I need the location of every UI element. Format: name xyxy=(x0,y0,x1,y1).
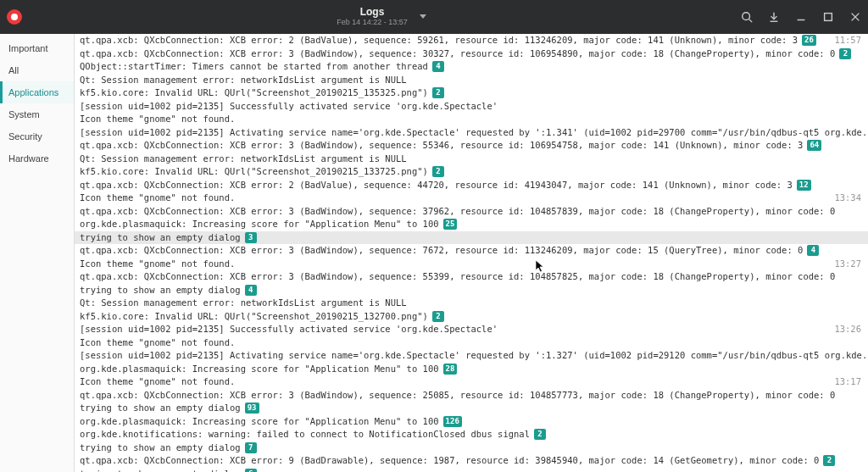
log-text: Icon theme "gnome" not found. xyxy=(80,113,235,126)
count-badge: 28 xyxy=(443,364,458,375)
count-badge: 126 xyxy=(443,416,462,427)
log-line[interactable]: [session uid=1002 pid=2135] Activating s… xyxy=(75,349,868,363)
log-line[interactable]: qt.qpa.xcb: QXcbConnection: XCB error: 3… xyxy=(75,47,868,61)
log-line[interactable]: qt.qpa.xcb: QXcbConnection: XCB error: 3… xyxy=(75,139,868,153)
log-line[interactable]: trying to show an empty dialog7 xyxy=(75,441,868,455)
sidebar-item-important[interactable]: Important xyxy=(0,37,74,59)
log-line[interactable]: qt.qpa.xcb: QXcbConnection: XCB error: 3… xyxy=(75,244,868,258)
minimize-icon[interactable] xyxy=(795,11,807,23)
log-text: Icon theme "gnome" not found. xyxy=(80,336,235,350)
maximize-icon[interactable] xyxy=(822,11,834,23)
log-line[interactable]: [session uid=1002 pid=2135] Activating s… xyxy=(75,126,868,140)
log-line[interactable]: Icon theme "gnome" not found. xyxy=(75,336,868,350)
log-line[interactable]: Qt: Session management error: networkIds… xyxy=(75,297,868,310)
titlebar: Logs Feb 14 14:22 - 13:57 xyxy=(0,0,868,34)
timestamp: 11:57 xyxy=(834,34,861,47)
count-badge: 4 xyxy=(432,61,444,72)
chevron-down-icon xyxy=(420,14,426,19)
log-line[interactable]: Icon theme "gnome" not found. xyxy=(75,258,868,271)
log-text: Icon theme "gnome" not found. xyxy=(80,258,235,271)
log-line[interactable]: Qt: Session management error: networkIds… xyxy=(75,153,868,166)
log-line[interactable]: qt.qpa.xcb: QXcbConnection: XCB error: 3… xyxy=(75,270,868,284)
log-text: qt.qpa.xcb: QXcbConnection: XCB error: 2… xyxy=(80,179,793,192)
count-badge: 4 xyxy=(807,245,819,256)
timestamp: 13:26 xyxy=(834,323,861,336)
search-icon[interactable] xyxy=(741,11,753,23)
log-line[interactable]: Icon theme "gnome" not found. xyxy=(75,375,868,389)
log-line[interactable]: trying to show an empty dialog93 xyxy=(75,402,868,415)
count-badge: 26 xyxy=(802,35,816,46)
close-icon[interactable] xyxy=(849,11,861,23)
log-line[interactable]: qt.qpa.xcb: QXcbConnection: XCB error: 9… xyxy=(75,454,868,468)
count-badge: 25 xyxy=(443,219,458,230)
record-button[interactable] xyxy=(7,9,22,25)
log-line[interactable]: org.kde.knotifications: warning: failed … xyxy=(75,428,868,441)
count-badge: 2 xyxy=(839,48,851,59)
count-badge: 2 xyxy=(534,429,546,440)
log-line[interactable]: org.kde.plasmaquick: Increasing score fo… xyxy=(75,415,868,429)
log-line[interactable]: qt.qpa.xcb: QXcbConnection: XCB error: 2… xyxy=(75,34,868,47)
timestamp: 13:17 xyxy=(834,375,861,389)
count-badge: 64 xyxy=(807,140,821,151)
log-line[interactable]: org.kde.plasmaquick: Increasing score fo… xyxy=(75,363,868,376)
count-badge: 2 xyxy=(432,166,444,177)
log-line[interactable]: Icon theme "gnome" not found. xyxy=(75,192,868,205)
log-text: [session uid=1002 pid=2135] Activating s… xyxy=(80,126,868,140)
export-icon[interactable] xyxy=(768,11,780,23)
log-text: Icon theme "gnome" not found. xyxy=(80,375,235,389)
log-line[interactable]: org.kde.plasmaquick: Increasing score fo… xyxy=(75,218,868,231)
log-line[interactable]: QObject::startTimer: Timers cannot be st… xyxy=(75,60,868,74)
log-text: trying to show an empty dialog xyxy=(80,468,241,473)
log-text: QObject::startTimer: Timers cannot be st… xyxy=(80,60,428,74)
log-line[interactable]: kf5.kio.core: Invalid URL: QUrl("Screens… xyxy=(75,165,868,179)
count-badge: 6 xyxy=(245,469,257,472)
log-area[interactable]: 11:57 13:34 13:27 13:26 13:17 qt.qpa.xcb… xyxy=(75,34,868,472)
log-text: Icon theme "gnome" not found. xyxy=(80,192,235,205)
log-line[interactable]: trying to show an empty dialog3 xyxy=(75,231,868,245)
log-line[interactable]: qt.qpa.xcb: QXcbConnection: XCB error: 3… xyxy=(75,389,868,403)
log-text: org.kde.knotifications: warning: failed … xyxy=(80,428,530,441)
log-line[interactable]: trying to show an empty dialog6 xyxy=(75,468,868,473)
log-text: trying to show an empty dialog xyxy=(80,402,241,415)
log-line[interactable]: kf5.kio.core: Invalid URL: QUrl("Screens… xyxy=(75,310,868,324)
log-text: qt.qpa.xcb: QXcbConnection: XCB error: 3… xyxy=(80,139,803,153)
window-title: Logs xyxy=(360,7,385,18)
log-line[interactable]: Icon theme "gnome" not found. xyxy=(75,113,868,126)
count-badge: 2 xyxy=(823,455,835,466)
log-text: kf5.kio.core: Invalid URL: QUrl("Screens… xyxy=(80,310,428,324)
svg-rect-5 xyxy=(825,14,832,21)
window-subtitle: Feb 14 14:22 - 13:57 xyxy=(337,19,408,27)
log-line[interactable]: [session uid=1002 pid=2135] Successfully… xyxy=(75,323,868,336)
sidebar: ImportantAllApplicationsSystemSecurityHa… xyxy=(0,34,75,472)
svg-line-1 xyxy=(749,19,753,23)
sidebar-item-security[interactable]: Security xyxy=(0,125,74,147)
timestamp: 13:27 xyxy=(834,258,861,271)
log-text: qt.qpa.xcb: QXcbConnection: XCB error: 9… xyxy=(80,454,819,468)
log-line[interactable]: [session uid=1002 pid=2135] Successfully… xyxy=(75,100,868,114)
log-line[interactable]: qt.qpa.xcb: QXcbConnection: XCB error: 2… xyxy=(75,179,868,192)
log-text: kf5.kio.core: Invalid URL: QUrl("Screens… xyxy=(80,165,428,179)
count-badge: 2 xyxy=(432,311,444,322)
log-line[interactable]: trying to show an empty dialog4 xyxy=(75,284,868,297)
count-badge: 93 xyxy=(245,403,259,414)
sidebar-item-system[interactable]: System xyxy=(0,103,74,125)
log-text: qt.qpa.xcb: QXcbConnection: XCB error: 3… xyxy=(80,205,835,219)
sidebar-item-hardware[interactable]: Hardware xyxy=(0,147,74,169)
log-line[interactable]: kf5.kio.core: Invalid URL: QUrl("Screens… xyxy=(75,86,868,100)
log-text: qt.qpa.xcb: QXcbConnection: XCB error: 3… xyxy=(80,47,835,61)
title-dropdown[interactable]: Logs Feb 14 14:22 - 13:57 xyxy=(337,7,426,26)
timestamp: 13:34 xyxy=(834,192,861,205)
count-badge: 12 xyxy=(797,180,811,191)
log-text: kf5.kio.core: Invalid URL: QUrl("Screens… xyxy=(80,86,428,100)
sidebar-item-all[interactable]: All xyxy=(0,59,74,81)
svg-point-0 xyxy=(743,13,750,20)
log-text: trying to show an empty dialog xyxy=(80,284,241,297)
log-text: trying to show an empty dialog xyxy=(80,441,241,455)
log-line[interactable]: qt.qpa.xcb: QXcbConnection: XCB error: 3… xyxy=(75,205,868,219)
count-badge: 4 xyxy=(245,285,257,296)
log-line[interactable]: Qt: Session management error: networkIds… xyxy=(75,74,868,87)
log-text: org.kde.plasmaquick: Increasing score fo… xyxy=(80,363,439,376)
log-text: qt.qpa.xcb: QXcbConnection: XCB error: 3… xyxy=(80,389,835,403)
log-text: org.kde.plasmaquick: Increasing score fo… xyxy=(80,415,439,429)
sidebar-item-applications[interactable]: Applications xyxy=(0,81,74,103)
